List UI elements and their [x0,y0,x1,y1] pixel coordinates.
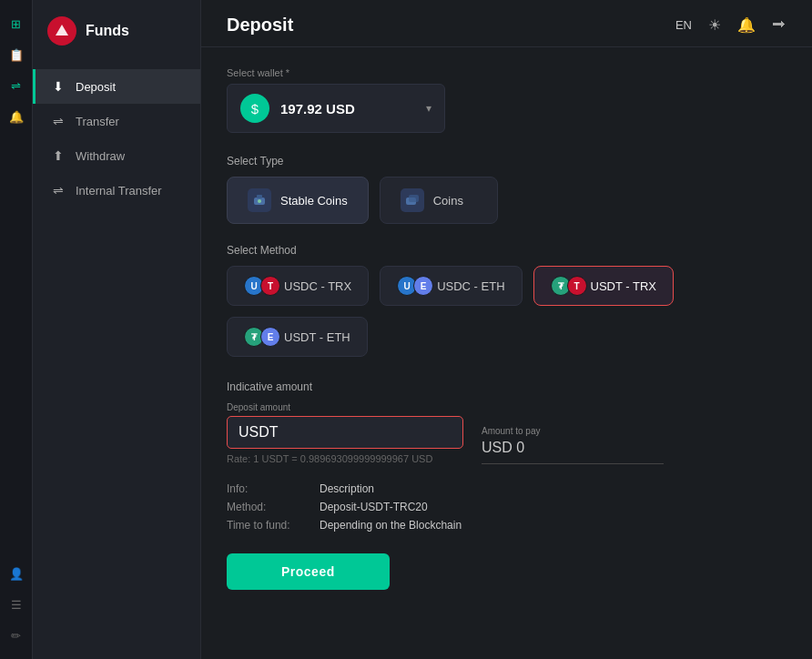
deposit-amount-input-wrap [227,416,463,449]
svg-marker-0 [56,25,68,35]
deposit-amount-label: Deposit amount [227,402,463,412]
topbar: Deposit EN ☀ 🔔 ⮕ [201,0,812,47]
left-icon-edit[interactable]: ✏ [4,623,29,648]
trx-badge-2: T [567,276,587,296]
logout-icon[interactable]: ⮕ [772,17,787,34]
select-type-label: Select Type [227,155,787,167]
left-icon-grid[interactable]: ⊞ [4,11,29,36]
deposit-icon: ⬇ [50,79,66,94]
eth-badge-2: E [260,327,280,347]
transfer-icon: ⇌ [50,114,66,128]
usdc-eth-icons: U E [397,276,430,296]
theme-toggle-icon[interactable]: ☀ [708,16,721,34]
left-icon-doc[interactable]: 📋 [4,42,29,67]
page-title: Deposit [227,15,293,35]
wallet-icon: $ [240,94,269,123]
left-icon-bar: ⊞ 📋 ⇌ 🔔 👤 ☰ ✏ [0,0,33,659]
proceed-button[interactable]: Proceed [227,553,390,590]
deposit-amount-field: Deposit amount Rate: 1 USDT = 0.98969309… [227,402,463,464]
info-row-1: Method: Deposit-USDT-TRC20 [227,501,787,513]
method-selector: U T USDC - TRX U E USDC - ETH ₮ T USDT [227,266,787,306]
method-usdt-eth[interactable]: ₮ E USDT - ETH [227,317,368,357]
amount-to-pay-label: Amount to pay [482,426,664,436]
info-key-2: Time to fund: [227,519,309,532]
stable-coins-icon [248,188,271,212]
sidebar-item-deposit-label: Deposit [76,80,116,94]
svg-rect-2 [257,195,262,198]
indicative-amount-title: Indicative amount [227,380,787,393]
info-val-2: Depending on the Blockchain [320,519,462,532]
svg-point-3 [258,199,261,203]
trx-badge: T [260,276,280,296]
stable-coins-label: Stable Coins [280,194,348,208]
type-coins[interactable]: Coins [380,177,498,224]
amount-to-pay-value: USD 0 [482,440,664,464]
wallet-chevron-icon: ▾ [426,102,431,115]
wallet-amount: 197.92 USD [280,101,415,117]
usdc-trx-icons: U T [244,276,277,296]
method-usdc-trx-label: USDC - TRX [284,279,351,293]
sidebar-title: Funds [86,23,129,39]
rate-text: Rate: 1 USDT = 0.989693099999999967 USD [227,453,463,464]
left-icon-bell[interactable]: 🔔 [4,104,29,129]
info-val-1: Deposit-USDT-TRC20 [320,501,428,513]
withdraw-icon: ⬆ [50,148,66,163]
logo-icon [47,16,76,46]
sidebar-item-internal-transfer[interactable]: ⇌ Internal Transfer [33,173,200,208]
method-usdc-trx[interactable]: U T USDC - TRX [227,266,369,306]
info-key-0: Info: [227,482,309,495]
topbar-actions: EN ☀ 🔔 ⮕ [675,16,787,34]
info-section: Info: Description Method: Deposit-USDT-T… [227,482,787,532]
method-usdc-eth[interactable]: U E USDC - ETH [380,266,522,306]
sidebar-item-transfer-label: Transfer [76,115,119,128]
sidebar-item-deposit[interactable]: ⬇ Deposit [33,69,200,104]
method-usdt-trx[interactable]: ₮ T USDT - TRX [533,266,674,306]
main: Deposit EN ☀ 🔔 ⮕ Select wallet * $ 197.9… [201,0,812,659]
notifications-icon[interactable]: 🔔 [737,16,756,34]
usdt-eth-icons: ₮ E [244,327,277,347]
wallet-selector[interactable]: $ 197.92 USD ▾ [227,84,445,133]
internal-transfer-icon: ⇌ [50,183,66,198]
sidebar-item-transfer[interactable]: ⇌ Transfer [33,104,200,138]
svg-rect-5 [409,195,419,202]
left-icon-list[interactable]: ☰ [4,592,29,617]
amount-to-pay-section: Amount to pay USD 0 [482,426,664,464]
deposit-amount-input[interactable] [239,424,452,441]
info-key-1: Method: [227,501,309,513]
coins-icon [401,188,424,212]
left-icon-transfer[interactable]: ⇌ [4,73,29,98]
method-usdt-trx-label: USDT - TRX [591,279,656,293]
type-stable-coins[interactable]: Stable Coins [227,177,369,224]
sidebar-item-withdraw[interactable]: ⬆ Withdraw [33,138,200,173]
sidebar: Funds ⬇ Deposit ⇌ Transfer ⬆ Withdraw ⇌ … [33,0,201,659]
amount-row: Deposit amount Rate: 1 USDT = 0.98969309… [227,402,787,464]
left-icon-user[interactable]: 👤 [4,561,29,586]
type-selector: Stable Coins Coins [227,177,787,224]
sidebar-item-internal-transfer-label: Internal Transfer [76,184,162,198]
wallet-label: Select wallet * [227,67,787,78]
method-usdc-eth-label: USDC - ETH [437,279,504,293]
info-row-0: Info: Description [227,482,787,495]
content-area: Select wallet * $ 197.92 USD ▾ Select Ty… [201,47,812,659]
eth-badge: E [413,276,433,296]
method-usdt-eth-label: USDT - ETH [284,330,350,344]
sidebar-nav: ⬇ Deposit ⇌ Transfer ⬆ Withdraw ⇌ Intern… [33,62,200,659]
info-val-0: Description [320,482,374,495]
method-selector-row2: ₮ E USDT - ETH [227,317,787,357]
sidebar-item-withdraw-label: Withdraw [76,149,125,163]
coins-label: Coins [433,194,463,208]
sidebar-logo: Funds [33,0,200,62]
select-method-label: Select Method [227,244,787,257]
usdt-trx-icons: ₮ T [551,276,584,296]
indicative-amount-section: Indicative amount Deposit amount Rate: 1… [227,380,787,464]
info-row-2: Time to fund: Depending on the Blockchai… [227,519,787,532]
language-selector[interactable]: EN [675,18,692,32]
